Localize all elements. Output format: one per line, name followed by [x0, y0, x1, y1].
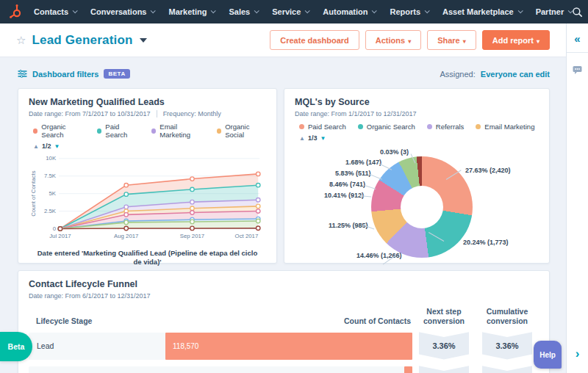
chevron-down-icon: [305, 8, 310, 13]
donut-chart-area: 27.63% (2,420)20.24% (1,773)14.46% (1,26…: [295, 145, 539, 269]
chevron-down-icon: [425, 8, 430, 13]
nav-item-reports[interactable]: Reports: [390, 7, 429, 16]
report-title: Contact Lifecycle Funnel: [29, 279, 539, 289]
chevron-down-icon: [211, 8, 216, 13]
legend-item[interactable]: Email Marketing: [476, 123, 534, 131]
reports-row: New Marketing Qualified Leads Date range…: [18, 88, 550, 264]
x-axis-caption: Date entered 'Marketing Qualified Lead (…: [37, 249, 258, 267]
search-icon[interactable]: [572, 7, 583, 18]
nav-item-automation[interactable]: Automation: [323, 7, 376, 16]
donut-hole: [401, 186, 443, 228]
frequency: Frequency: Monthly: [163, 110, 221, 117]
rail-divider: [567, 52, 588, 53]
legend-item[interactable]: Paid Search: [97, 123, 140, 139]
add-report-button[interactable]: Add report▾: [482, 30, 550, 50]
legend-item[interactable]: Organic Search: [358, 123, 415, 131]
chevron-down-icon: [372, 8, 377, 13]
report-title: New Marketing Qualified Leads: [29, 97, 266, 107]
pie-slice-label: 20.24% (1,773): [463, 239, 509, 246]
expand-chevron-icon[interactable]: ›: [576, 347, 580, 361]
next-step-conversion-cell: 3.36%: [419, 332, 469, 360]
top-navigation: ContactsConversationsMarketingSalesServi…: [0, 0, 588, 23]
svg-text:Sep 2017: Sep 2017: [180, 233, 204, 239]
funnel-bar-track[interactable]: 118,570: [165, 333, 412, 360]
nav-item-asset-marketplace[interactable]: Asset Marketplace: [442, 7, 522, 16]
legend-item[interactable]: Paid Search: [299, 123, 346, 131]
comments-icon[interactable]: [572, 65, 583, 78]
funnel-bar-track[interactable]: 3,984: [165, 366, 412, 373]
legend-item[interactable]: Referrals: [427, 123, 465, 131]
beta-pill-button[interactable]: Beta: [0, 332, 32, 361]
count-value: 3,984: [380, 366, 398, 373]
page-title: Lead Generation: [32, 33, 132, 48]
hubspot-logo[interactable]: [9, 4, 24, 20]
share-button[interactable]: Share▾: [427, 30, 476, 50]
funnel-row: Marketing Qualified Lead3,98442.22%1.42%: [29, 366, 539, 373]
help-button[interactable]: Help: [534, 341, 562, 369]
nav-item-marketing[interactable]: Marketing: [168, 7, 215, 16]
report-new-mql: New Marketing Qualified Leads Date range…: [18, 88, 277, 264]
legend-item[interactable]: Organic Search: [33, 123, 85, 139]
cumulative-conversion-cell: 3.36%: [482, 332, 532, 360]
report-lifecycle-funnel: Contact Lifecycle Funnel Date range: Fro…: [18, 270, 550, 373]
collapse-panel-icon[interactable]: «: [574, 23, 580, 52]
pie-slice-label: 11.25% (985): [329, 222, 368, 229]
nav-utilities: ⚙: [572, 4, 588, 20]
svg-text:Jul 2017: Jul 2017: [49, 233, 71, 239]
nav-item-sales[interactable]: Sales: [229, 7, 258, 16]
svg-text:Count of Contacts: Count of Contacts: [30, 170, 37, 217]
nav-item-conversations[interactable]: Conversations: [90, 7, 154, 16]
svg-text:0: 0: [53, 225, 57, 232]
column-header-cumulative: Cumulative conversion: [476, 307, 539, 325]
report-meta: Date range: From 7/1/2017 to 10/31/2017 …: [29, 110, 266, 117]
legend-page-indicator: 1/2: [42, 142, 51, 150]
legend-dot-icon: [151, 128, 156, 134]
assigned-status: Assigned: Everyone can edit: [440, 70, 550, 79]
svg-text:5K: 5K: [49, 190, 57, 197]
meta-divider: [157, 110, 157, 117]
legend-item[interactable]: Organic Social: [217, 123, 266, 139]
line-chart[interactable]: 02.5K5K7.5K10KCount of ContactsJul 2017A…: [29, 151, 266, 249]
dashboard-filters-label: Dashboard filters: [32, 70, 98, 79]
date-range: Date range: From 7/1/2017 to 10/31/2017: [29, 110, 151, 117]
create-dashboard-button[interactable]: Create dashboard: [270, 30, 359, 50]
actions-button[interactable]: Actions▾: [365, 30, 421, 50]
favorite-star-icon[interactable]: ☆: [16, 34, 26, 47]
nav-item-partner[interactable]: Partner: [536, 7, 573, 16]
chevron-down-icon: [254, 8, 259, 13]
count-value: 118,570: [173, 333, 198, 360]
legend-page-up-icon[interactable]: ▲: [299, 135, 305, 142]
legend-item[interactable]: Email Marketing: [151, 123, 205, 139]
stage-cell: Marketing Qualified Lead: [29, 366, 165, 373]
legend-page-down-icon[interactable]: ▼: [320, 135, 326, 142]
next-step-conversion-cell: 42.22%: [419, 366, 469, 373]
legend-pager: ▲ 1/2 ▼: [29, 142, 266, 150]
stage-cell: Lead: [29, 333, 165, 360]
filters-bar: Dashboard filters BETA Assigned: Everyon…: [18, 69, 550, 79]
report-title: MQL's by Source: [295, 97, 539, 107]
funnel-bar[interactable]: [404, 366, 412, 373]
report-meta: Date range: From 6/1/2017 to 12/31/2017: [29, 292, 539, 300]
legend-page-down-icon[interactable]: ▼: [54, 143, 60, 150]
legend-dot-icon: [33, 128, 37, 134]
svg-text:Oct 2017: Oct 2017: [235, 233, 259, 239]
cumulative-conversion-cell: 1.42%: [482, 366, 532, 373]
filter-icon: [18, 70, 27, 78]
svg-text:2.5K: 2.5K: [44, 208, 57, 214]
svg-text:Aug 2017: Aug 2017: [114, 233, 138, 239]
legend-dot-icon: [358, 124, 363, 129]
chevron-down-icon: [517, 8, 523, 13]
legend-page-up-icon[interactable]: ▲: [33, 143, 39, 150]
sprocket-icon: [9, 4, 24, 20]
nav-item-contacts[interactable]: Contacts: [34, 7, 76, 16]
funnel-bar[interactable]: [165, 333, 412, 360]
nav-item-service[interactable]: Service: [272, 7, 309, 16]
trend-legend: Organic SearchPaid SearchEmail Marketing…: [29, 123, 266, 139]
column-header-count: Count of Contacts: [165, 316, 412, 325]
dashboard-filters-toggle[interactable]: Dashboard filters BETA: [18, 69, 130, 79]
funnel-header-row: Lifecycle Stage Count of Contacts Next s…: [29, 307, 539, 325]
dashboard-switcher-caret-icon[interactable]: [140, 38, 147, 43]
svg-text:10K: 10K: [46, 155, 57, 162]
assigned-link[interactable]: Everyone can edit: [481, 70, 550, 79]
chevron-down-icon: [73, 8, 78, 13]
